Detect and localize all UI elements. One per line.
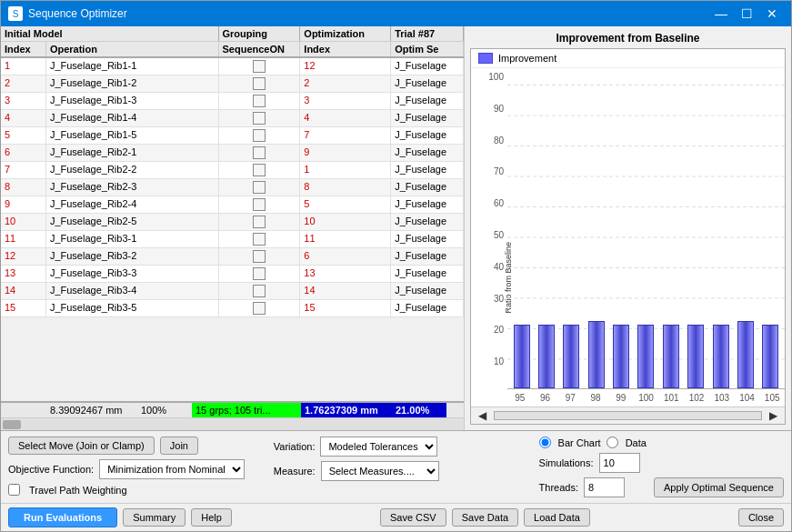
cell-opt-index: 14: [300, 283, 391, 299]
seqon-checkbox[interactable]: [253, 77, 266, 90]
cell-seqon[interactable]: [219, 196, 301, 213]
footer-col4: 1.76237309 mm: [301, 403, 392, 417]
cell-seqon[interactable]: [219, 58, 301, 75]
chart-nav-left[interactable]: ◀: [475, 409, 490, 422]
cell-operation: J_Fuselage_Rib1-4: [46, 110, 219, 126]
table-row[interactable]: 8 J_Fuselage_Rib2-3 8 J_Fuselage: [1, 179, 464, 196]
summary-button[interactable]: Summary: [123, 508, 185, 527]
table-row[interactable]: 10 J_Fuselage_Rib2-5 10 J_Fuselage: [1, 214, 464, 231]
seqon-checkbox[interactable]: [253, 267, 266, 280]
seqon-checkbox[interactable]: [253, 233, 266, 246]
apply-optimal-button[interactable]: Apply Optimal Sequence: [654, 477, 784, 497]
table-row[interactable]: 1 J_Fuselage_Rib1-1 12 J_Fuselage: [1, 58, 464, 75]
cell-opt-index: 13: [300, 266, 391, 282]
table-row[interactable]: 15 J_Fuselage_Rib3-5 15 J_Fuselage: [1, 300, 464, 317]
save-data-button[interactable]: Save Data: [452, 508, 518, 527]
row-objective: Objective Function: Minimization from No…: [8, 459, 266, 479]
cell-seqon[interactable]: [219, 300, 301, 316]
load-data-button[interactable]: Load Data: [524, 508, 590, 527]
table-row[interactable]: 12 J_Fuselage_Rib3-2 6 J_Fuselage: [1, 248, 464, 266]
cell-seqon[interactable]: [219, 283, 301, 299]
cell-seqon[interactable]: [219, 127, 301, 144]
titlebar: S Sequence Optimizer — ☐ ✕: [1, 1, 791, 26]
seqon-checkbox[interactable]: [253, 146, 266, 159]
cell-operation: J_Fuselage_Rib3-5: [46, 300, 219, 316]
seqon-checkbox[interactable]: [253, 181, 266, 194]
table-row[interactable]: 7 J_Fuselage_Rib2-2 1 J_Fuselage: [1, 162, 464, 179]
x-tick: 104: [735, 393, 760, 403]
table-row[interactable]: 6 J_Fuselage_Rib2-1 9 J_Fuselage: [1, 145, 464, 162]
seqon-checkbox[interactable]: [253, 285, 266, 297]
cell-seqon[interactable]: [219, 179, 301, 196]
seqon-checkbox[interactable]: [253, 95, 266, 107]
x-tick: 105: [759, 393, 785, 403]
chart-nav-right[interactable]: ▶: [766, 409, 781, 422]
measure-select[interactable]: Select Measures....: [321, 461, 439, 481]
bottom-bar: Run Evaluations Summary Help Save CSV Sa…: [1, 503, 791, 531]
simulations-input[interactable]: 10: [599, 453, 640, 473]
table-row[interactable]: 13 J_Fuselage_Rib3-3 13 J_Fuselage: [1, 266, 464, 283]
close-window-button[interactable]: ✕: [760, 5, 784, 23]
col-header-optim-se: Optim Se: [391, 42, 464, 56]
x-tick: 100: [634, 393, 659, 403]
table-hscrollbar[interactable]: [1, 417, 464, 430]
cell-seqon[interactable]: [219, 75, 301, 92]
cell-seqon[interactable]: [219, 248, 301, 265]
table-row[interactable]: 9 J_Fuselage_Rib2-4 5 J_Fuselage: [1, 196, 464, 214]
cell-operation: J_Fuselage_Rib3-1: [46, 231, 219, 247]
help-button[interactable]: Help: [191, 508, 232, 527]
col-header-index: Index: [1, 42, 46, 56]
join-button[interactable]: Join: [160, 437, 198, 455]
travel-path-checkbox[interactable]: [8, 484, 20, 496]
save-csv-button[interactable]: Save CSV: [380, 508, 446, 527]
table-row[interactable]: 5 J_Fuselage_Rib1-5 7 J_Fuselage: [1, 127, 464, 145]
bar-chart-radio[interactable]: [539, 437, 551, 448]
variation-select[interactable]: Modeled Tolerances: [320, 437, 437, 457]
table-row[interactable]: 14 J_Fuselage_Rib3-4 14 J_Fuselage: [1, 283, 464, 300]
x-tick: 96: [533, 393, 558, 403]
cell-seqon[interactable]: [219, 93, 301, 109]
cell-seqon[interactable]: [219, 266, 301, 282]
maximize-button[interactable]: ☐: [735, 5, 758, 23]
data-radio[interactable]: [607, 437, 618, 448]
cell-seqon[interactable]: [219, 231, 301, 247]
seqon-checkbox[interactable]: [253, 129, 266, 142]
cell-seqon[interactable]: [219, 110, 301, 126]
table-row[interactable]: 11 J_Fuselage_Rib3-1 11 J_Fuselage: [1, 231, 464, 248]
bar-chart-label: Bar Chart: [558, 437, 601, 448]
cell-optim-se: J_Fuselage: [391, 266, 464, 282]
bar-item: [733, 68, 757, 388]
close-button[interactable]: Close: [738, 508, 784, 527]
group-trial: Trial #87: [391, 26, 464, 41]
select-move-button[interactable]: Select Move (Join or Clamp): [8, 437, 155, 455]
chart-scrollbar[interactable]: [494, 411, 762, 420]
seqon-checkbox[interactable]: [253, 112, 266, 125]
minimize-button[interactable]: —: [709, 5, 733, 23]
cell-opt-index: 3: [300, 93, 391, 109]
run-evaluations-button[interactable]: Run Evaluations: [8, 507, 117, 527]
chart-legend: Improvement: [471, 49, 785, 68]
cell-operation: J_Fuselage_Rib2-2: [46, 162, 219, 178]
measure-label: Measure:: [274, 466, 316, 477]
table-row[interactable]: 2 J_Fuselage_Rib1-2 2 J_Fuselage: [1, 75, 464, 93]
table-row[interactable]: 4 J_Fuselage_Rib1-4 4 J_Fuselage: [1, 110, 464, 127]
threads-input[interactable]: 8: [584, 477, 625, 497]
seqon-checkbox[interactable]: [253, 60, 266, 73]
seqon-checkbox[interactable]: [253, 302, 266, 315]
seqon-checkbox[interactable]: [253, 250, 266, 263]
seqon-checkbox[interactable]: [253, 198, 266, 211]
seqon-checkbox[interactable]: [253, 164, 266, 176]
cell-seqon[interactable]: [219, 214, 301, 230]
table-row[interactable]: 3 J_Fuselage_Rib1-3 3 J_Fuselage: [1, 93, 464, 110]
y-axis: Ratio from Baseline 100 90 80 70 60 50 4…: [471, 68, 507, 407]
cell-seqon[interactable]: [219, 162, 301, 178]
seqon-checkbox[interactable]: [253, 216, 266, 228]
row-variation: Variation: Modeled Tolerances: [274, 437, 532, 457]
objective-select[interactable]: Minimization from Nominal: [99, 459, 245, 479]
cell-seqon[interactable]: [219, 145, 301, 161]
cell-optim-se: J_Fuselage: [391, 93, 464, 109]
threads-label: Threads:: [539, 482, 578, 493]
chart-nav[interactable]: ◀ ▶: [471, 407, 785, 424]
chart-container: Improvement Ratio from Baseline 100 90 8…: [470, 48, 786, 425]
legend-color-improvement: [478, 53, 493, 64]
